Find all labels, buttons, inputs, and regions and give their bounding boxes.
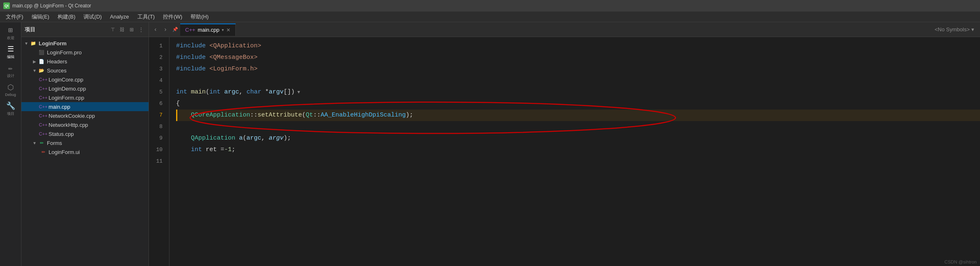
tree-item-logincore[interactable]: C++ LoginCore.cpp bbox=[21, 75, 149, 84]
tab-bar: ‹ › 📌 C++ main.cpp ▾ ✕ <No Symbols> ▾ bbox=[149, 22, 980, 37]
token: int bbox=[209, 86, 221, 98]
tab-close-button[interactable]: ✕ bbox=[226, 27, 230, 33]
token-qapp: QApplication bbox=[191, 133, 235, 144]
tree-item-loginform-ui[interactable]: ✏ LoginForm.ui bbox=[21, 147, 149, 156]
tree-item-status[interactable]: C++ Status.cpp bbox=[21, 129, 149, 138]
token: * bbox=[261, 86, 269, 98]
filter-icon[interactable]: ⊤ bbox=[109, 26, 116, 33]
line-num-1: 1 bbox=[149, 40, 166, 52]
sidebar-icon-edit[interactable]: ☰ 编辑 bbox=[2, 43, 20, 61]
tree-item-networkcookie[interactable]: C++ NetworkCookie.cpp bbox=[21, 111, 149, 120]
menu-controls[interactable]: 控件(W) bbox=[159, 12, 186, 22]
symbols-label: <No Symbols> bbox=[935, 26, 970, 33]
tree-label-loginform: LoginForm bbox=[39, 40, 67, 47]
menu-file[interactable]: 文件(F) bbox=[2, 12, 28, 22]
tree-item-logindemo[interactable]: C++ LoginDemo.cpp bbox=[21, 84, 149, 93]
debug-label: Debug bbox=[5, 93, 16, 97]
tree-item-loginform-cpp[interactable]: C++ LoginForm.cpp bbox=[21, 93, 149, 102]
menu-tools[interactable]: 工具(T) bbox=[133, 12, 159, 22]
token: argc bbox=[224, 86, 239, 98]
expand-arrow-sources[interactable]: ▼ bbox=[31, 68, 38, 73]
add-icon[interactable]: ⊞ bbox=[128, 26, 135, 33]
tree-item-forms[interactable]: ▼ ✏ Forms bbox=[21, 138, 149, 147]
code-line-7: QCoreApplication::setAttribute(Qt::AA_En… bbox=[176, 110, 980, 121]
token-int: int bbox=[176, 86, 187, 98]
forms-folder-icon: ✏ bbox=[38, 139, 45, 147]
main-layout: ⊞ 欢迎 ☰ 编辑 ✏ 设计 ⬡ Debug 🔧 项目 项目 ⊤ ⛓ ⊞ ⋮ bbox=[0, 22, 980, 266]
panel-header: 项目 ⊤ ⛓ ⊞ ⋮ bbox=[21, 22, 149, 37]
token: char bbox=[246, 86, 261, 98]
line-num-8: 8 bbox=[149, 121, 166, 133]
cpp-icon-networkhttp: C++ bbox=[39, 121, 47, 128]
project-icon: 🔧 bbox=[6, 101, 15, 110]
line-numbers: 1 2 3 4 5 6 7 8 9 10 11 bbox=[149, 37, 170, 266]
code-line-3: #include <LoginForm.h> bbox=[176, 63, 980, 75]
editor-area: ‹ › 📌 C++ main.cpp ▾ ✕ <No Symbols> ▾ 1 … bbox=[149, 22, 980, 266]
tree-item-headers[interactable]: ▶ 📄 Headers bbox=[21, 57, 149, 66]
token-main: main bbox=[191, 86, 206, 98]
tree-label-forms: Forms bbox=[47, 140, 62, 146]
sidebar-icon-debug[interactable]: ⬡ Debug bbox=[2, 81, 20, 99]
collapse-arrow[interactable]: ▼ bbox=[295, 86, 300, 98]
code-line-6: { bbox=[176, 98, 980, 110]
line-num-7: 7 bbox=[149, 110, 166, 121]
token: ret = bbox=[202, 144, 224, 156]
sidebar-icon-project[interactable]: 🔧 项目 bbox=[2, 100, 20, 118]
title-bar: Qt main.cpp @ LoginForm - Qt Creator bbox=[0, 0, 980, 12]
symbols-dropdown[interactable]: <No Symbols> ▾ bbox=[931, 26, 978, 33]
sidebar-icon-design[interactable]: ✏ 设计 bbox=[2, 62, 20, 80]
tree-item-main-cpp[interactable]: C++ main.cpp bbox=[21, 102, 149, 111]
design-label: 设计 bbox=[7, 73, 14, 79]
token: #include bbox=[176, 40, 206, 52]
token: argv bbox=[269, 86, 283, 98]
window-title: main.cpp @ LoginForm - Qt Creator bbox=[12, 3, 91, 9]
cpp-icon-main: C++ bbox=[39, 103, 47, 110]
tab-pin-button[interactable]: 📌 bbox=[170, 25, 180, 35]
ui-icon-loginform: ✏ bbox=[39, 148, 47, 156]
tree-item-loginform[interactable]: ▼ 📁 LoginForm bbox=[21, 39, 149, 48]
tree-item-networkhttp[interactable]: C++ NetworkHttp.cpp bbox=[21, 120, 149, 129]
token: , bbox=[261, 133, 269, 144]
menu-build[interactable]: 构建(B) bbox=[53, 12, 79, 22]
code-line-2: #include <QMessageBox> bbox=[176, 52, 980, 63]
pro-file-icon: ⬛ bbox=[38, 49, 45, 56]
sidebar-icon-welcome[interactable]: ⊞ 欢迎 bbox=[2, 24, 20, 42]
code-editor[interactable]: 1 2 3 4 5 6 7 8 9 10 11 #include <QAppli… bbox=[149, 37, 980, 266]
expand-arrow-forms[interactable]: ▼ bbox=[31, 141, 38, 145]
menu-debug[interactable]: 调试(D) bbox=[79, 12, 106, 22]
expand-arrow-loginform[interactable]: ▼ bbox=[23, 41, 30, 46]
line-num-6: 6 bbox=[149, 98, 166, 110]
token: []) bbox=[283, 86, 295, 98]
debug-icon: ⬡ bbox=[7, 83, 14, 92]
tree-label-logindemo: LoginDemo.cpp bbox=[49, 86, 86, 92]
tree-label-networkhttp: NetworkHttp.cpp bbox=[49, 122, 88, 128]
token: a bbox=[239, 133, 243, 144]
menu-help[interactable]: 帮助(H) bbox=[186, 12, 213, 22]
token: :: bbox=[313, 110, 320, 121]
menu-edit[interactable]: 编辑(E) bbox=[28, 12, 53, 22]
line-num-3: 3 bbox=[149, 63, 166, 75]
line-highlight-border bbox=[176, 110, 177, 121]
project-panel: 项目 ⊤ ⛓ ⊞ ⋮ ▼ 📁 LoginForm ⬛ LoginForm.pr bbox=[21, 22, 149, 266]
token: ( bbox=[206, 86, 209, 98]
code-content[interactable]: #include <QApplication> #include <QMessa… bbox=[170, 37, 980, 266]
design-icon: ✏ bbox=[8, 63, 13, 72]
menu-analyze[interactable]: Analyze bbox=[106, 12, 133, 22]
cpp-icon-logincore: C++ bbox=[39, 76, 47, 83]
token: <LoginForm.h> bbox=[209, 63, 258, 75]
code-line-5: int main(int argc, char *argv[]) ▼ bbox=[176, 86, 980, 98]
line-num-5: 5 bbox=[149, 86, 166, 98]
tab-forward-button[interactable]: › bbox=[160, 25, 170, 35]
link-icon[interactable]: ⛓ bbox=[118, 26, 126, 33]
line-num-2: 2 bbox=[149, 52, 166, 63]
tree-item-loginform-pro[interactable]: ⬛ LoginForm.pro bbox=[21, 48, 149, 57]
tab-back-button[interactable]: ‹ bbox=[151, 25, 160, 35]
line-num-11: 11 bbox=[149, 156, 166, 167]
tree-item-sources[interactable]: ▼ 📂 Sources bbox=[21, 66, 149, 75]
token: ( bbox=[243, 133, 246, 144]
token: ; bbox=[232, 144, 235, 156]
settings-icon[interactable]: ⋮ bbox=[137, 26, 145, 33]
tab-dropdown-icon[interactable]: ▾ bbox=[222, 28, 224, 32]
tab-main-cpp[interactable]: C++ main.cpp ▾ ✕ bbox=[180, 23, 236, 36]
expand-arrow-headers[interactable]: ▶ bbox=[31, 59, 38, 64]
